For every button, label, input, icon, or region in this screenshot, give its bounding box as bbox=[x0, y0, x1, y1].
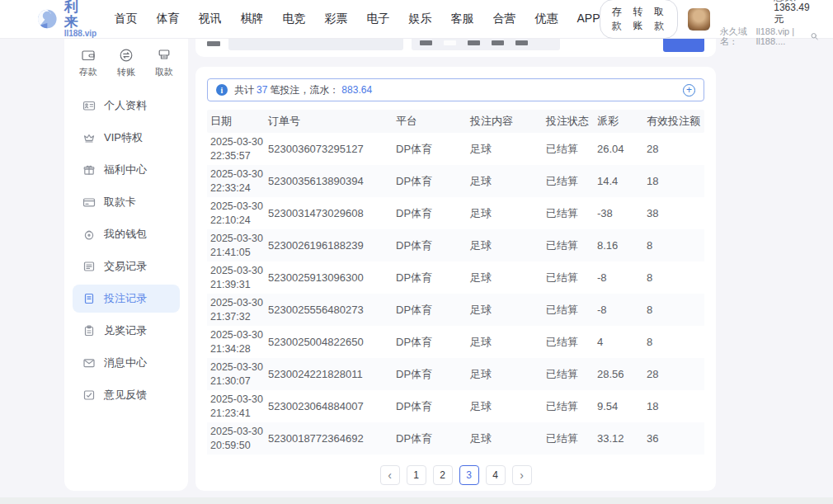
total-assets-value: 1363.49元 bbox=[774, 2, 809, 24]
cell-platform: DP体育 bbox=[393, 431, 467, 446]
table-row: 2025-03-3022:35:57 5230036073295127 DP体育… bbox=[207, 133, 704, 165]
cell-platform: DP体育 bbox=[393, 303, 467, 318]
prev-page-button[interactable]: ‹ bbox=[380, 465, 400, 485]
cell-bet-status: 已结算 bbox=[543, 271, 594, 285]
sidebar-item-messages[interactable]: 消息中心 bbox=[73, 349, 180, 377]
transfer-link[interactable]: 转账 bbox=[633, 5, 645, 33]
cell-platform: DP体育 bbox=[393, 271, 467, 285]
cell-bet-content: 足球 bbox=[467, 206, 543, 221]
header-valid-bet: 有效投注额 bbox=[643, 114, 704, 129]
header-payout: 派彩 bbox=[594, 114, 643, 129]
expand-plus-icon[interactable] bbox=[683, 84, 695, 97]
table-row: 2025-03-3021:39:31 5230025913096300 DP体育… bbox=[207, 261, 704, 294]
table-row: 2025-03-3022:10:24 5230031473029608 DP体育… bbox=[207, 197, 704, 229]
header-bet-status: 投注状态 bbox=[543, 114, 594, 129]
header-platform: 平台 bbox=[393, 114, 467, 129]
cell-bet-content: 足球 bbox=[467, 335, 543, 350]
nav-sports[interactable]: 体育 bbox=[156, 12, 179, 26]
sidebar-item-transactions[interactable]: 交易记录 bbox=[73, 252, 180, 280]
page-number-button[interactable]: 1 bbox=[407, 465, 426, 485]
cell-platform: DP体育 bbox=[393, 174, 467, 189]
filter-quick-range-tabs[interactable] bbox=[412, 39, 560, 50]
cell-valid-bet: 8 bbox=[643, 336, 704, 348]
sidebar-item-label: 我的钱包 bbox=[104, 227, 147, 242]
page-bottom-strip bbox=[0, 497, 833, 504]
bet-record-icon bbox=[82, 292, 96, 305]
cell-payout: 14.4 bbox=[594, 175, 643, 187]
next-page-button[interactable]: › bbox=[512, 465, 532, 485]
nav-promotions[interactable]: 优惠 bbox=[534, 12, 558, 26]
username: anxin3399 bbox=[720, 0, 765, 2]
cell-payout: 26.04 bbox=[594, 143, 643, 155]
account-sidebar: 存款 转账 取款 个人资料 VIP特权 福利中心 bbox=[64, 39, 188, 491]
page-number-button[interactable]: 2 bbox=[433, 465, 453, 485]
cell-order-no: 5230025556480273 bbox=[265, 304, 393, 316]
nav-esports[interactable]: 电竞 bbox=[282, 12, 305, 26]
avatar[interactable] bbox=[688, 8, 710, 31]
range-tab[interactable] bbox=[420, 40, 432, 45]
cell-order-no: 5230018772364692 bbox=[265, 432, 393, 445]
cell-date: 2025-03-3021:30:07 bbox=[207, 360, 265, 388]
cell-order-no: 5230025913096300 bbox=[265, 271, 393, 284]
sidebar-quick-actions: 存款 转账 取款 bbox=[73, 48, 180, 78]
sidebar-item-withdraw-card[interactable]: 取款卡 bbox=[73, 188, 180, 216]
cell-order-no: 5230024221828011 bbox=[265, 368, 393, 380]
top-navigation-bar: 利 来 ll188.vip 首页 体育 视讯 棋牌 电竞 彩票 电子 娱乐 客服… bbox=[0, 0, 833, 39]
turnover-amount: 883.64 bbox=[341, 84, 372, 96]
transaction-record-icon bbox=[82, 260, 96, 273]
nav-lottery[interactable]: 彩票 bbox=[324, 12, 347, 26]
withdraw-link[interactable]: 取款 bbox=[654, 5, 666, 33]
deposit-link[interactable]: 存款 bbox=[611, 5, 624, 33]
bet-records-card: 共计37笔投注，流水：883.64 日期 订单号 平台 投注内容 投注状态 派彩… bbox=[195, 67, 716, 491]
nav-entertainment[interactable]: 娱乐 bbox=[408, 12, 431, 26]
brand-logo[interactable]: 利 来 ll188.vip bbox=[36, 0, 101, 38]
brand-domain: ll188.vip bbox=[64, 30, 101, 39]
search-icon[interactable] bbox=[811, 31, 818, 41]
wallet-icon bbox=[81, 48, 96, 63]
sidebar-item-wallet[interactable]: 我的钱包 bbox=[73, 220, 180, 248]
range-tab[interactable] bbox=[468, 40, 480, 45]
permanent-domain-label: 永久域名： bbox=[720, 26, 754, 46]
sidebar-item-welfare[interactable]: 福利中心 bbox=[73, 156, 180, 184]
wallet-actions-pill: 存款 转账 取款 bbox=[600, 0, 677, 39]
sidebar-item-vip[interactable]: VIP特权 bbox=[73, 124, 180, 152]
brand-logo-icon bbox=[36, 6, 59, 32]
filter-date-input[interactable] bbox=[228, 39, 403, 50]
sidebar-item-label: 取款卡 bbox=[104, 195, 136, 210]
sidebar-item-feedback[interactable]: 意见反馈 bbox=[73, 381, 180, 409]
main-nav: 首页 体育 视讯 棋牌 电竞 彩票 电子 娱乐 客服 合营 优惠 APP bbox=[114, 12, 600, 26]
sidebar-item-profile[interactable]: 个人资料 bbox=[73, 92, 180, 120]
cell-bet-content: 足球 bbox=[467, 238, 543, 253]
nav-slots[interactable]: 电子 bbox=[366, 12, 389, 26]
table-row: 2025-03-3020:59:50 5230018772364692 DP体育… bbox=[207, 422, 704, 455]
nav-cards[interactable]: 棋牌 bbox=[240, 12, 263, 26]
sidebar-item-prize-records[interactable]: 兑奖记录 bbox=[73, 317, 180, 345]
table-row: 2025-03-3021:37:32 5230025556480273 DP体育… bbox=[207, 294, 704, 326]
cell-bet-status: 已结算 bbox=[543, 174, 594, 189]
range-tab[interactable] bbox=[444, 40, 456, 45]
cell-date: 2025-03-3022:10:24 bbox=[207, 200, 265, 227]
sidebar-transfer-button[interactable]: 转账 bbox=[117, 48, 135, 78]
sidebar-deposit-button[interactable]: 存款 bbox=[79, 48, 97, 78]
range-tab[interactable] bbox=[515, 40, 528, 45]
cell-valid-bet: 36 bbox=[643, 432, 704, 445]
nav-live[interactable]: 视讯 bbox=[198, 12, 221, 26]
sidebar-item-bet-records[interactable]: 投注记录 bbox=[73, 285, 180, 313]
nav-partnership[interactable]: 合营 bbox=[492, 12, 515, 26]
cell-payout: 9.54 bbox=[594, 400, 643, 412]
cell-bet-status: 已结算 bbox=[543, 399, 594, 414]
sidebar-withdraw-button[interactable]: 取款 bbox=[155, 48, 173, 78]
permanent-domain-value: ll188.vip | ll188.... bbox=[756, 26, 808, 46]
page-number-button[interactable]: 4 bbox=[486, 465, 506, 485]
nav-support[interactable]: 客服 bbox=[450, 12, 473, 26]
cell-bet-status: 已结算 bbox=[543, 206, 594, 221]
user-info: anxin3399 总资产：1363.49元 永久域名： ll188.vip |… bbox=[720, 0, 818, 46]
cell-date: 2025-03-3022:33:24 bbox=[207, 167, 265, 195]
range-tab[interactable] bbox=[492, 40, 504, 45]
page-number-button[interactable]: 3 bbox=[459, 465, 479, 485]
nav-app[interactable]: APP bbox=[577, 12, 600, 26]
nav-home[interactable]: 首页 bbox=[114, 12, 137, 26]
search-button[interactable] bbox=[663, 39, 704, 52]
cell-bet-status: 已结算 bbox=[543, 142, 594, 157]
table-body: 2025-03-3022:35:57 5230036073295127 DP体育… bbox=[207, 133, 704, 455]
